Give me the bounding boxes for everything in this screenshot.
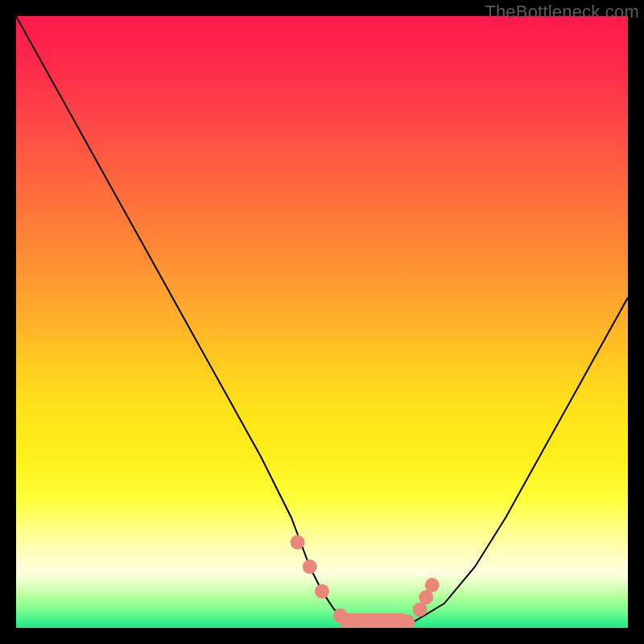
marker-left-shoulder-2 <box>303 559 317 574</box>
marker-left-shoulder-3 <box>315 584 329 598</box>
marker-right-shoulder-4 <box>425 578 440 592</box>
marker-left-shoulder-1 <box>291 535 305 550</box>
chart-frame <box>16 16 628 628</box>
bottleneck-chart <box>16 16 628 628</box>
watermark-text: TheBottleneck.com <box>485 2 639 23</box>
bottleneck-curve-line <box>16 16 628 628</box>
